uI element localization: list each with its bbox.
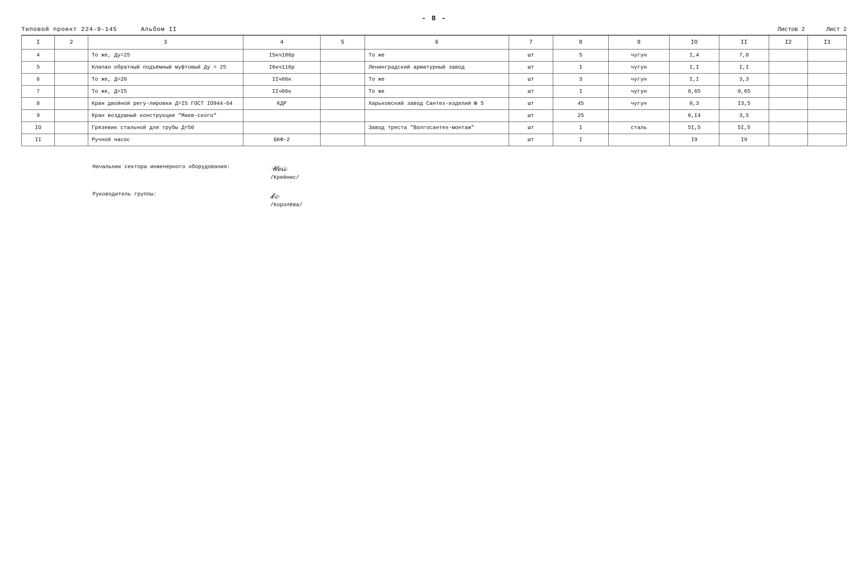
cell-4-8: I — [553, 85, 609, 98]
cell-5-3: Кран двойной регу-лировки Д=I5 ГОСТ IO94… — [88, 98, 243, 110]
table-row: 4То же, Ду=25I5кч186рТо жешт5чугунI,47,0 — [22, 49, 847, 62]
table-row: IIРучной насосБКФ-2штII9I9 — [22, 134, 847, 146]
cell-2-6: Ленинградский арматурный завод — [365, 62, 509, 74]
cell-7-9: сталь — [608, 122, 669, 134]
cell-6-7: шт — [509, 110, 553, 122]
cell-5-5 — [320, 98, 365, 110]
cell-1-12 — [769, 49, 808, 62]
cell-4-10: 0,65 — [669, 85, 719, 98]
th-11: II — [719, 35, 769, 49]
cell-7-4 — [243, 122, 320, 134]
cell-4-3: То же, Д=I5 — [88, 85, 243, 98]
cell-3-7: шт — [509, 74, 553, 85]
cell-5-8: 45 — [553, 98, 609, 110]
cell-5-12 — [769, 98, 808, 110]
cell-6-8: 25 — [553, 110, 609, 122]
cell-8-12 — [769, 134, 808, 146]
cell-3-13 — [807, 74, 846, 85]
cell-2-8: I — [553, 62, 609, 74]
cell-8-4: БКФ-2 — [243, 134, 320, 146]
th-7: 7 — [509, 35, 553, 49]
cell-6-4 — [243, 110, 320, 122]
th-5: 5 — [320, 35, 365, 49]
table-row: IOГрязевик стальной для трубы Д=50Завод … — [22, 122, 847, 134]
album-label: Альбом II — [141, 26, 177, 33]
chief-label: Начальник сектора инженерного оборудован… — [93, 164, 235, 170]
cell-3-9: чугун — [608, 74, 669, 85]
cell-6-9 — [608, 110, 669, 122]
cell-7-12 — [769, 122, 808, 134]
sheets-label: Листов 2 — [778, 26, 805, 33]
cell-3-8: 3 — [553, 74, 609, 85]
table-row: 9Кран воздушный конструкции "Маев-ского"… — [22, 110, 847, 122]
cell-6-11: 3,5 — [719, 110, 769, 122]
cell-3-10: I,I — [669, 74, 719, 85]
cell-7-13 — [807, 122, 846, 134]
group-leader-handwriting: 𝓀𝓬 — [270, 191, 303, 200]
cell-7-11: 5I,5 — [719, 122, 769, 134]
cell-6-1: 9 — [22, 110, 55, 122]
table-row: 5Клапан обратный подъёмный муфтовый Ду =… — [22, 62, 847, 74]
th-10: IO — [669, 35, 719, 49]
project-label: Типовой проект 224-9-145 — [21, 26, 117, 33]
cell-3-5 — [320, 74, 365, 85]
cell-7-7: шт — [509, 122, 553, 134]
cell-4-5 — [320, 85, 365, 98]
cell-7-2 — [55, 122, 88, 134]
page-number: - 8 - — [21, 14, 847, 22]
cell-7-8: I — [553, 122, 609, 134]
cell-5-6: Харьковский завод Сантех-изделий № 5 — [365, 98, 509, 110]
cell-4-13 — [807, 85, 846, 98]
cell-3-3: То же, Д=20 — [88, 74, 243, 85]
cell-4-9: чугун — [608, 85, 669, 98]
cell-3-12 — [769, 74, 808, 85]
th-6: 6 — [365, 35, 509, 49]
cell-8-10: I9 — [669, 134, 719, 146]
table-row: 7То же, Д=I5IIч66кТо жештIчугун0,650,65 — [22, 85, 847, 98]
cell-2-5 — [320, 62, 365, 74]
footer-section: Начальник сектора инженерного оборудован… — [93, 164, 847, 208]
cell-5-7: шт — [509, 98, 553, 110]
cell-8-7: шт — [509, 134, 553, 146]
cell-4-2 — [55, 85, 88, 98]
cell-5-10: 0,3 — [669, 98, 719, 110]
th-1: I — [22, 35, 55, 49]
chief-name: /Крейнис/ — [270, 175, 299, 181]
cell-2-1: 5 — [22, 62, 55, 74]
cell-2-4: I6кч116р — [243, 62, 320, 74]
cell-8-11: I9 — [719, 134, 769, 146]
cell-8-6 — [365, 134, 509, 146]
cell-5-13 — [807, 98, 846, 110]
cell-2-11: I,I — [719, 62, 769, 74]
cell-5-4: КДР — [243, 98, 320, 110]
cell-4-7: шт — [509, 85, 553, 98]
cell-4-6: То же — [365, 85, 509, 98]
cell-1-1: 4 — [22, 49, 55, 62]
cell-5-11: I3,5 — [719, 98, 769, 110]
cell-6-13 — [807, 110, 846, 122]
cell-5-2 — [55, 98, 88, 110]
cell-3-2 — [55, 74, 88, 85]
th-2: 2 — [55, 35, 88, 49]
th-13: I3 — [807, 35, 846, 49]
cell-1-3: То же, Ду=25 — [88, 49, 243, 62]
sheet-label: Лист 2 — [826, 26, 847, 33]
cell-3-1: 6 — [22, 74, 55, 85]
th-8: 8 — [553, 35, 609, 49]
cell-1-5 — [320, 49, 365, 62]
chief-row: Начальник сектора инженерного оборудован… — [93, 164, 847, 181]
cell-7-3: Грязевик стальной для трубы Д=50 — [88, 122, 243, 134]
cell-2-9: чугун — [608, 62, 669, 74]
cell-4-1: 7 — [22, 85, 55, 98]
cell-8-5 — [320, 134, 365, 146]
cell-8-1: II — [22, 134, 55, 146]
th-4: 4 — [243, 35, 320, 49]
cell-1-8: 5 — [553, 49, 609, 62]
cell-8-13 — [807, 134, 846, 146]
table-row: 8Кран двойной регу-лировки Д=I5 ГОСТ IO9… — [22, 98, 847, 110]
cell-7-10: 5I,5 — [669, 122, 719, 134]
main-table: I 2 3 4 5 6 7 8 9 IO II I2 I3 4То же, Ду… — [21, 35, 847, 146]
cell-7-5 — [320, 122, 365, 134]
cell-4-11: 0,65 — [719, 85, 769, 98]
cell-2-10: I,I — [669, 62, 719, 74]
